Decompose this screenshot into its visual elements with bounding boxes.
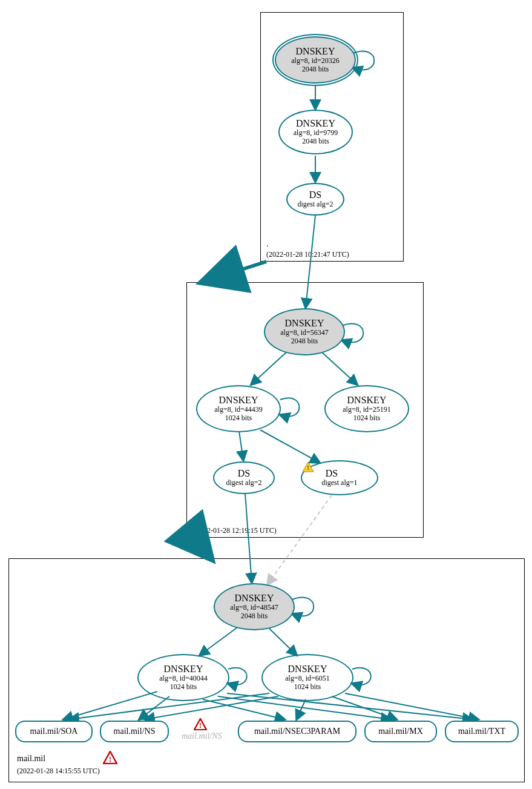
rr-label: mail.mil/NSEC3PARAM [254,727,340,736]
svg-line-20 [297,699,306,719]
svg-line-10 [194,538,209,556]
node-title: DS [309,190,321,200]
mailmil-zsk1-node[interactable]: DNSKEY alg=8, id=40044 1024 bits [137,654,229,701]
node-bits: 1024 bits [170,683,197,692]
svg-line-15 [64,692,157,719]
node-alg: alg=8, id=20326 [291,57,340,65]
svg-text:!: ! [199,721,202,730]
rr-mx[interactable]: mail.mil/MX [364,721,437,742]
rr-txt[interactable]: mail.mil/TXT [445,721,519,742]
node-title: DNSKEY [296,46,335,57]
node-sub: digest alg=2 [226,479,261,487]
node-bits: 2048 bits [291,337,318,346]
rr-label: mail.mil/SOA [30,727,78,736]
node-bits: 2048 bits [241,612,268,621]
node-alg: alg=8, id=44439 [214,406,263,414]
svg-line-7 [321,351,357,385]
mil-zsk1-node[interactable]: DNSKEY alg=8, id=44439 1024 bits [196,385,281,432]
node-bits: 1024 bits [294,683,321,692]
svg-line-6 [251,351,287,385]
rr-label: mail.mil/NS [114,727,156,736]
rr-ns-phantom: mail.mil/NS [182,731,222,741]
root-zsk-node[interactable]: DNSKEY alg=8, id=9799 2048 bits [278,110,353,154]
error-icon: ! [194,718,206,729]
svg-line-5 [206,262,266,281]
svg-line-12 [268,495,332,584]
mil-ds1-node[interactable]: DS ! digest alg=1 [301,460,378,495]
svg-line-11 [245,494,252,583]
svg-line-4 [306,216,315,308]
node-title: DNSKEY [164,664,203,675]
node-bits: 1024 bits [225,414,252,423]
rr-ns[interactable]: mail.mil/NS [100,721,169,742]
node-alg: alg=8, id=9799 [294,129,338,137]
mailmil-ksk-node[interactable]: DNSKEY alg=8, id=48547 2048 bits [214,583,295,630]
svg-line-8 [239,431,243,460]
node-title: DS [326,468,338,479]
root-ds-node[interactable]: DS digest alg=2 [286,183,344,216]
mil-ksk-node[interactable]: DNSKEY alg=8, id=56347 2048 bits [264,308,345,355]
svg-line-14 [269,629,297,655]
node-title: DNSKEY [296,118,335,129]
node-bits: 2048 bits [302,65,329,74]
node-title: DNSKEY [288,664,327,675]
node-title: DNSKEY [235,593,274,604]
node-alg: alg=8, id=56347 [280,329,329,337]
rr-label: mail.mil/TXT [458,727,505,736]
warning-icon: ! [341,468,353,479]
node-alg: alg=8, id=48547 [230,604,278,612]
node-alg: alg=8, id=6051 [285,675,330,683]
rr-soa[interactable]: mail.mil/SOA [15,721,93,742]
svg-line-13 [200,626,239,655]
mil-zsk2-node[interactable]: DNSKEY alg=8, id=25191 1024 bits [324,385,409,432]
svg-line-23 [227,693,472,719]
node-sub: digest alg=2 [297,200,333,209]
node-title: DNSKEY [285,318,324,329]
node-title: DNSKEY [347,395,387,406]
svg-text:!: ! [307,464,309,471]
mil-ds2-node[interactable]: DS digest alg=2 [213,461,275,494]
root-ksk-node[interactable]: DNSKEY alg=8, id=20326 2048 bits [275,36,356,84]
node-alg: alg=8, id=25191 [343,406,391,414]
svg-line-9 [260,430,320,463]
node-sub: digest alg=1 [321,479,357,487]
node-title: DS [238,468,250,479]
node-alg: alg=8, id=40044 [159,675,208,683]
rr-nsec3param[interactable]: mail.mil/NSEC3PARAM [238,721,356,742]
node-bits: 1024 bits [353,414,380,423]
node-title: DNSKEY [219,395,258,406]
node-bits: 2048 bits [302,137,329,146]
rr-label: mail.mil/MX [378,727,423,736]
mailmil-zsk2-node[interactable]: DNSKEY alg=8, id=6051 1024 bits [261,654,353,701]
